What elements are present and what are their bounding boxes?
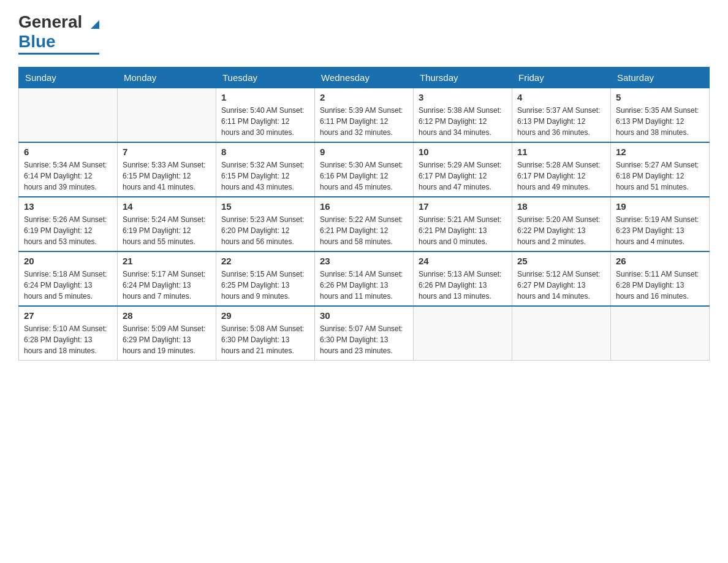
svg-marker-0 <box>91 20 99 29</box>
day-number: 2 <box>320 92 408 102</box>
day-number: 8 <box>221 147 309 157</box>
day-number: 9 <box>320 147 408 157</box>
day-info: Sunrise: 5:24 AM Sunset: 6:19 PM Dayligh… <box>123 214 211 247</box>
logo-blue: Blue <box>18 32 56 52</box>
day-info: Sunrise: 5:38 AM Sunset: 6:12 PM Dayligh… <box>419 105 507 138</box>
day-header-thursday: Thursday <box>414 67 512 88</box>
day-info: Sunrise: 5:29 AM Sunset: 6:17 PM Dayligh… <box>419 159 507 193</box>
calendar-cell: 15Sunrise: 5:23 AM Sunset: 6:20 PM Dayli… <box>216 197 315 251</box>
day-number: 14 <box>123 201 211 212</box>
calendar-cell <box>414 306 512 361</box>
day-header-friday: Friday <box>512 67 611 88</box>
day-info: Sunrise: 5:33 AM Sunset: 6:15 PM Dayligh… <box>123 159 211 193</box>
calendar-cell: 24Sunrise: 5:13 AM Sunset: 6:26 PM Dayli… <box>414 251 512 306</box>
day-info: Sunrise: 5:13 AM Sunset: 6:26 PM Dayligh… <box>419 269 507 302</box>
day-header-monday: Monday <box>118 67 216 88</box>
day-header-wednesday: Wednesday <box>315 67 414 88</box>
logo-general: General <box>18 12 99 32</box>
day-number: 23 <box>320 256 408 266</box>
day-header-saturday: Saturday <box>611 67 710 88</box>
day-number: 12 <box>616 147 704 157</box>
day-number: 29 <box>221 310 309 321</box>
calendar-table: SundayMondayTuesdayWednesdayThursdayFrid… <box>18 67 710 361</box>
calendar-cell: 4Sunrise: 5:37 AM Sunset: 6:13 PM Daylig… <box>512 88 611 143</box>
calendar-cell: 16Sunrise: 5:22 AM Sunset: 6:21 PM Dayli… <box>315 197 414 251</box>
calendar-cell: 29Sunrise: 5:08 AM Sunset: 6:30 PM Dayli… <box>216 306 315 361</box>
calendar-cell: 9Sunrise: 5:30 AM Sunset: 6:16 PM Daylig… <box>315 142 414 197</box>
page-header: General Blue <box>18 12 710 55</box>
day-number: 25 <box>517 256 605 266</box>
calendar-cell: 27Sunrise: 5:10 AM Sunset: 6:28 PM Dayli… <box>19 306 118 361</box>
calendar-cell: 12Sunrise: 5:27 AM Sunset: 6:18 PM Dayli… <box>611 142 710 197</box>
day-number: 4 <box>517 92 605 102</box>
calendar-week-row: 20Sunrise: 5:18 AM Sunset: 6:24 PM Dayli… <box>19 251 710 306</box>
calendar-cell <box>512 306 611 361</box>
calendar-cell: 21Sunrise: 5:17 AM Sunset: 6:24 PM Dayli… <box>118 251 216 306</box>
day-number: 21 <box>123 256 211 266</box>
day-number: 11 <box>517 147 605 157</box>
day-info: Sunrise: 5:19 AM Sunset: 6:23 PM Dayligh… <box>616 214 704 247</box>
day-info: Sunrise: 5:11 AM Sunset: 6:28 PM Dayligh… <box>616 269 704 302</box>
day-number: 24 <box>419 256 507 266</box>
day-info: Sunrise: 5:09 AM Sunset: 6:29 PM Dayligh… <box>123 323 211 356</box>
day-info: Sunrise: 5:26 AM Sunset: 6:19 PM Dayligh… <box>24 214 112 247</box>
calendar-header-row: SundayMondayTuesdayWednesdayThursdayFrid… <box>19 67 710 88</box>
calendar-cell <box>611 306 710 361</box>
day-info: Sunrise: 5:14 AM Sunset: 6:26 PM Dayligh… <box>320 269 408 302</box>
logo-underline <box>18 53 99 55</box>
day-number: 19 <box>616 201 704 212</box>
day-info: Sunrise: 5:17 AM Sunset: 6:24 PM Dayligh… <box>123 269 211 302</box>
calendar-cell: 19Sunrise: 5:19 AM Sunset: 6:23 PM Dayli… <box>611 197 710 251</box>
day-number: 16 <box>320 201 408 212</box>
calendar-week-row: 27Sunrise: 5:10 AM Sunset: 6:28 PM Dayli… <box>19 306 710 361</box>
day-number: 1 <box>221 92 309 102</box>
day-number: 20 <box>24 256 112 266</box>
day-info: Sunrise: 5:12 AM Sunset: 6:27 PM Dayligh… <box>517 269 605 302</box>
day-info: Sunrise: 5:27 AM Sunset: 6:18 PM Dayligh… <box>616 159 704 193</box>
day-number: 5 <box>616 92 704 102</box>
calendar-cell: 1Sunrise: 5:40 AM Sunset: 6:11 PM Daylig… <box>216 88 315 143</box>
day-number: 18 <box>517 201 605 212</box>
calendar-week-row: 1Sunrise: 5:40 AM Sunset: 6:11 PM Daylig… <box>19 88 710 143</box>
calendar-cell: 5Sunrise: 5:35 AM Sunset: 6:13 PM Daylig… <box>611 88 710 143</box>
calendar-week-row: 13Sunrise: 5:26 AM Sunset: 6:19 PM Dayli… <box>19 197 710 251</box>
day-info: Sunrise: 5:07 AM Sunset: 6:30 PM Dayligh… <box>320 323 408 356</box>
calendar-cell: 13Sunrise: 5:26 AM Sunset: 6:19 PM Dayli… <box>19 197 118 251</box>
calendar-cell <box>118 88 216 143</box>
day-info: Sunrise: 5:30 AM Sunset: 6:16 PM Dayligh… <box>320 159 408 193</box>
calendar-cell: 18Sunrise: 5:20 AM Sunset: 6:22 PM Dayli… <box>512 197 611 251</box>
day-number: 27 <box>24 310 112 321</box>
calendar-cell: 28Sunrise: 5:09 AM Sunset: 6:29 PM Dayli… <box>118 306 216 361</box>
day-number: 13 <box>24 201 112 212</box>
calendar-cell: 6Sunrise: 5:34 AM Sunset: 6:14 PM Daylig… <box>19 142 118 197</box>
day-number: 10 <box>419 147 507 157</box>
day-info: Sunrise: 5:21 AM Sunset: 6:21 PM Dayligh… <box>419 214 507 247</box>
day-info: Sunrise: 5:35 AM Sunset: 6:13 PM Dayligh… <box>616 105 704 138</box>
logo: General Blue <box>18 12 99 55</box>
day-info: Sunrise: 5:40 AM Sunset: 6:11 PM Dayligh… <box>221 105 309 138</box>
day-info: Sunrise: 5:23 AM Sunset: 6:20 PM Dayligh… <box>221 214 309 247</box>
day-info: Sunrise: 5:28 AM Sunset: 6:17 PM Dayligh… <box>517 159 605 193</box>
day-info: Sunrise: 5:08 AM Sunset: 6:30 PM Dayligh… <box>221 323 309 356</box>
calendar-cell <box>19 88 118 143</box>
calendar-cell: 2Sunrise: 5:39 AM Sunset: 6:11 PM Daylig… <box>315 88 414 143</box>
day-info: Sunrise: 5:10 AM Sunset: 6:28 PM Dayligh… <box>24 323 112 356</box>
day-info: Sunrise: 5:39 AM Sunset: 6:11 PM Dayligh… <box>320 105 408 138</box>
day-number: 28 <box>123 310 211 321</box>
day-number: 7 <box>123 147 211 157</box>
calendar-cell: 25Sunrise: 5:12 AM Sunset: 6:27 PM Dayli… <box>512 251 611 306</box>
calendar-cell: 26Sunrise: 5:11 AM Sunset: 6:28 PM Dayli… <box>611 251 710 306</box>
day-info: Sunrise: 5:37 AM Sunset: 6:13 PM Dayligh… <box>517 105 605 138</box>
day-info: Sunrise: 5:32 AM Sunset: 6:15 PM Dayligh… <box>221 159 309 193</box>
calendar-cell: 23Sunrise: 5:14 AM Sunset: 6:26 PM Dayli… <box>315 251 414 306</box>
calendar-cell: 7Sunrise: 5:33 AM Sunset: 6:15 PM Daylig… <box>118 142 216 197</box>
day-number: 6 <box>24 147 112 157</box>
day-header-tuesday: Tuesday <box>216 67 315 88</box>
day-info: Sunrise: 5:15 AM Sunset: 6:25 PM Dayligh… <box>221 269 309 302</box>
day-number: 3 <box>419 92 507 102</box>
day-info: Sunrise: 5:34 AM Sunset: 6:14 PM Dayligh… <box>24 159 112 193</box>
day-header-sunday: Sunday <box>19 67 118 88</box>
day-number: 15 <box>221 201 309 212</box>
calendar-cell: 22Sunrise: 5:15 AM Sunset: 6:25 PM Dayli… <box>216 251 315 306</box>
calendar-cell: 30Sunrise: 5:07 AM Sunset: 6:30 PM Dayli… <box>315 306 414 361</box>
